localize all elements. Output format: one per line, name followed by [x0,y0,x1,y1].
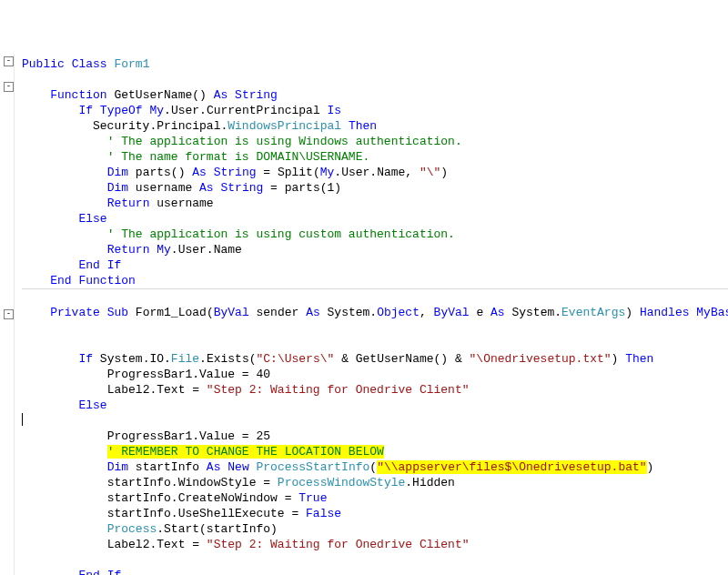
keyword: As [214,88,228,102]
keyword: As [306,306,320,319]
identifier: Security.Principal. [93,119,228,133]
comment: ' The application is using custom authen… [107,227,455,241]
string: "C:\Users\" [257,352,335,366]
identifier: .User.Name, [334,166,420,179]
keyword: Then [349,119,377,133]
keyword: Private [50,306,100,319]
type: ProcessStartInfo [257,460,370,474]
keyword: As [207,460,221,474]
identifier: startInfo.UseShellExecute = [107,507,306,520]
identifier: System. [328,306,378,319]
code-area[interactable]: Public Class Form1 Function GetUserName(… [15,55,728,575]
identifier: e [476,306,490,319]
identifier: Label2.Text = [107,383,207,397]
keyword: TypeOf [100,104,143,117]
keyword: Is [328,104,342,117]
keyword: Dim [107,460,128,474]
identifier: ProgressBar1.Value = 25 [107,429,270,443]
identifier: .User.Name [171,243,242,257]
keyword: String [214,166,257,179]
keyword: My [157,243,171,257]
identifier: Label2.Text = [107,538,207,551]
string: "\" [420,166,440,179]
keyword: Public [22,57,65,71]
identifier: = parts(1) [263,181,341,195]
keyword: As [192,166,207,179]
string: "\Onedrivesetup.txt" [470,352,612,366]
keyword: Object [377,306,420,319]
type: EventArgs [561,306,625,319]
keyword: Return [107,197,150,210]
keyword: Return [107,243,150,257]
keyword: ByVal [214,306,249,319]
keyword: Function [78,274,135,288]
identifier: .Start(startInfo) [157,522,278,536]
identifier: Form1_Load [136,306,207,319]
identifier: startInfo.WindowStyle = [107,476,278,489]
identifier: System.IO. [100,352,171,366]
identifier: = Split( [257,166,320,179]
identifier: & GetUserName() & [334,352,469,366]
keyword: String [220,181,263,195]
keyword: False [306,507,341,520]
fold-gutter: - - - [0,55,15,575]
keyword: If [78,352,93,366]
keyword: If [78,104,93,117]
fold-marker[interactable]: - [4,82,14,92]
type: ProcessWindowStyle [278,476,405,489]
identifier: startInfo [136,460,207,474]
identifier: ) [612,352,626,366]
keyword: If [107,569,122,575]
keyword: Dim [107,181,128,195]
identifier: GetUserName [114,88,192,102]
type: WindowsPrincipal [228,119,341,133]
fold-marker[interactable]: - [4,56,14,66]
keyword: As [199,181,214,195]
identifier: System. [511,306,561,319]
string: "Step 2: Waiting for Onedrive Client" [207,538,470,551]
string-highlighted: "\\appserver\files$\Onedrivesetup.bat" [377,460,646,474]
type: File [171,352,199,366]
keyword: End [78,569,99,575]
keyword: Else [78,398,106,412]
keyword: MyBase [696,306,728,319]
keyword: Sub [107,306,128,319]
comment: ' The name format is DOMAIN\USERNAME. [107,150,370,164]
type: Process [107,522,157,536]
identifier: .Exists( [199,352,256,366]
keyword: If [107,258,122,272]
identifier: username [136,181,199,195]
identifier: username [157,197,213,210]
keyword: True [298,491,327,505]
caret-line[interactable] [22,413,728,429]
comment-highlighted: ' REMEMBER TO CHANGE THE LOCATION BELOW [107,445,384,459]
identifier: startInfo.CreateNoWindow = [107,491,299,505]
keyword: End [50,274,71,288]
keyword: Else [78,212,106,226]
keyword: Handles [640,306,690,319]
keyword: New [228,460,248,474]
identifier: ProgressBar1.Value = 40 [107,368,270,381]
identifier: parts() [136,166,192,179]
fold-marker[interactable]: - [4,309,14,319]
keyword: As [490,306,505,319]
keyword: String [235,88,278,102]
keyword: Function [50,88,106,102]
keyword: Then [625,352,653,366]
keyword: End [78,258,99,272]
comment: ' The application is using Windows authe… [107,135,462,148]
code-editor[interactable]: - - - Public Class Form1 Function GetUse… [0,55,728,575]
keyword: Class [72,57,107,71]
string: "Step 2: Waiting for Onedrive Client" [207,383,470,397]
keyword: My [149,104,164,117]
type: Form1 [114,57,149,71]
keyword: Dim [107,166,128,179]
keyword: ByVal [434,306,470,319]
identifier: sender [257,306,307,319]
keyword: My [320,166,335,179]
identifier: .User.CurrentPrincipal [164,104,327,117]
identifier: .Hidden [405,476,455,489]
